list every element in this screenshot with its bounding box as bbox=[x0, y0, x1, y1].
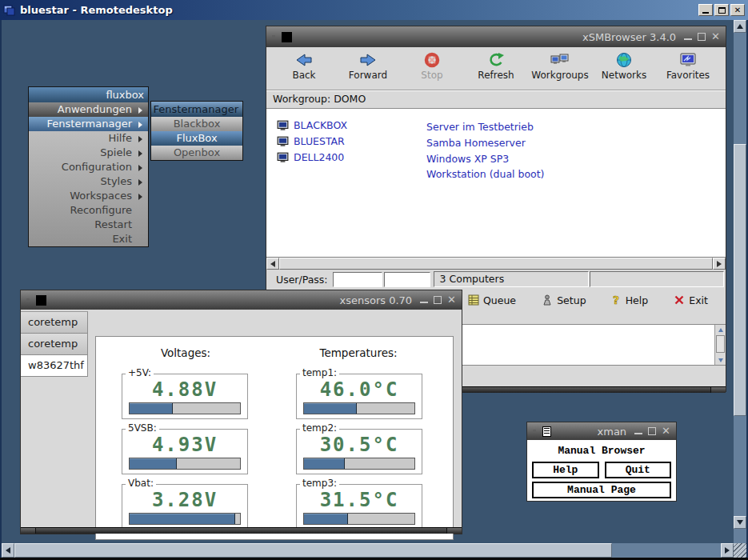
resize-grip[interactable] bbox=[734, 543, 746, 558]
networks-button[interactable]: Networks bbox=[598, 51, 650, 81]
menu-item-workspaces[interactable]: Workspaces bbox=[29, 189, 148, 203]
window-menu-icon[interactable] bbox=[36, 295, 46, 306]
rdp-horizontal-scrollbar[interactable] bbox=[2, 543, 734, 558]
tab-coretemp-2[interactable]: coretemp bbox=[21, 334, 88, 355]
vertical-scrollbar-thumb[interactable] bbox=[734, 144, 746, 416]
minimize-icon[interactable] bbox=[420, 297, 428, 303]
close-icon[interactable]: ✕ bbox=[662, 426, 670, 436]
stop-button[interactable]: Stop bbox=[406, 51, 458, 81]
submenu-item-fluxbox[interactable]: FluxBox bbox=[151, 131, 242, 146]
menu-item-restart[interactable]: Restart bbox=[29, 218, 148, 232]
scroll-down-button[interactable] bbox=[734, 516, 746, 529]
menu-item-label: Workspaces bbox=[70, 190, 132, 202]
submenu-arrow-icon bbox=[138, 179, 142, 186]
window-resize-handle[interactable] bbox=[21, 527, 462, 534]
maximize-button[interactable] bbox=[714, 4, 729, 16]
window-controls: ✕ bbox=[634, 426, 670, 436]
list-item[interactable]: BLUESTAR Samba Homeserver bbox=[266, 134, 726, 150]
workgroup-bar: Workgroup: DOMO bbox=[266, 90, 726, 109]
sensor-group-temp2: temp2: 30.5°C bbox=[296, 429, 422, 474]
scroll-down-button[interactable] bbox=[715, 355, 726, 365]
menu-item-spiele[interactable]: Spiele bbox=[29, 146, 148, 160]
menu-item-label: Blackbox bbox=[174, 118, 221, 130]
xsensors-title: xsensors 0.70 bbox=[339, 294, 412, 306]
window-menu-icon[interactable] bbox=[282, 32, 292, 42]
help-button[interactable]: Help bbox=[532, 462, 599, 478]
sensor-bar-fill bbox=[130, 458, 177, 469]
submenu-item-blackbox[interactable]: Blackbox bbox=[151, 117, 242, 131]
setup-button[interactable]: Setup bbox=[542, 294, 586, 306]
pass-input[interactable] bbox=[384, 272, 430, 287]
list-item[interactable]: BLACKBOX Server im Testbetrieb bbox=[266, 118, 726, 134]
sensor-label: +5V: bbox=[126, 367, 154, 378]
menu-item-label: Fenstermanager bbox=[47, 118, 132, 130]
scroll-right-button[interactable] bbox=[713, 258, 726, 270]
queue-button[interactable]: Queue bbox=[468, 294, 516, 306]
xsmbrowser-toolbar: Back Forward Stop Refresh bbox=[266, 47, 726, 90]
maximize-icon[interactable] bbox=[648, 427, 656, 435]
back-button[interactable]: Back bbox=[278, 51, 330, 81]
scroll-up-button[interactable] bbox=[734, 20, 746, 33]
scroll-up-button[interactable] bbox=[715, 325, 726, 334]
minimize-icon[interactable] bbox=[684, 34, 692, 40]
toolbar-label: Favorites bbox=[666, 70, 710, 81]
list-item[interactable]: DELL2400 Windows XP SP3 Workstation (dua… bbox=[266, 150, 726, 182]
tab-w83627thf[interactable]: w83627thf bbox=[21, 355, 88, 377]
submenu-item-openbox[interactable]: Openbox bbox=[151, 146, 242, 160]
favorites-button[interactable]: Favorites bbox=[662, 51, 714, 81]
scrollbar-thumb[interactable] bbox=[716, 335, 725, 353]
close-icon[interactable]: ✕ bbox=[447, 295, 456, 305]
forward-button[interactable]: Forward bbox=[342, 51, 394, 81]
sensor-group-5v: +5V: 4.88V bbox=[122, 374, 248, 419]
titlebar-dot-icon bbox=[533, 430, 536, 433]
menu-item-anwendungen[interactable]: Anwendungen bbox=[29, 102, 148, 117]
computer-name[interactable]: DELL2400 bbox=[294, 151, 344, 163]
back-icon bbox=[294, 51, 314, 69]
xman-titlebar[interactable]: xman ✕ bbox=[527, 422, 676, 440]
scroll-left-button[interactable] bbox=[2, 543, 14, 558]
exit-button[interactable]: Exit bbox=[674, 294, 708, 306]
list-horizontal-scrollbar[interactable] bbox=[266, 257, 726, 270]
xsmbrowser-titlebar[interactable]: xSMBrowser 3.4.0 ✕ bbox=[266, 26, 726, 47]
submenu-arrow-icon bbox=[138, 107, 142, 114]
scroll-left-button[interactable] bbox=[266, 258, 279, 270]
scroll-right-button[interactable] bbox=[721, 543, 734, 558]
sensor-bar-track bbox=[129, 458, 241, 470]
horizontal-scrollbar-thumb[interactable] bbox=[14, 543, 612, 558]
menu-item-reconfigure[interactable]: Reconfigure bbox=[29, 203, 148, 218]
rdp-vertical-scrollbar[interactable] bbox=[734, 20, 746, 543]
minimize-button[interactable] bbox=[698, 4, 713, 16]
rdp-titlebar[interactable]: bluestar - Remotedesktop ✕ bbox=[0, 0, 748, 20]
xsensors-titlebar[interactable]: xsensors 0.70 ✕ bbox=[21, 290, 462, 310]
computer-name[interactable]: BLUESTAR bbox=[294, 135, 345, 147]
user-input[interactable] bbox=[333, 272, 382, 287]
tab-coretemp-1[interactable]: coretemp bbox=[21, 312, 88, 334]
sensor-value-display: 3.28V bbox=[129, 488, 241, 512]
maximize-icon[interactable] bbox=[698, 33, 706, 41]
menu-item-fenstermanager[interactable]: Fenstermanager bbox=[29, 117, 148, 131]
scrollbar-thumb[interactable] bbox=[279, 258, 713, 270]
menu-item-styles[interactable]: Styles bbox=[29, 174, 148, 189]
close-icon[interactable]: ✕ bbox=[711, 32, 720, 42]
computer-description: Server im Testbetrieb bbox=[426, 119, 534, 134]
sensor-group-temp1: temp1: 46.0°C bbox=[296, 374, 422, 419]
menu-item-exit[interactable]: Exit bbox=[29, 232, 148, 246]
xman-app-icon bbox=[542, 426, 551, 437]
window-controls: ✕ bbox=[684, 32, 720, 42]
close-button[interactable]: ✕ bbox=[730, 4, 745, 16]
fluxbox-menu-title: fluxbox bbox=[29, 87, 148, 102]
menu-item-hilfe[interactable]: Hilfe bbox=[29, 131, 148, 146]
sensor-value-display: 30.5°C bbox=[303, 433, 415, 457]
mount-list-scrollbar[interactable] bbox=[714, 325, 726, 365]
workgroups-button[interactable]: Workgroups bbox=[534, 51, 586, 81]
refresh-button[interactable]: Refresh bbox=[470, 51, 522, 81]
manual-page-button[interactable]: Manual Page bbox=[532, 482, 671, 498]
menu-item-configuration[interactable]: Configuration bbox=[29, 160, 148, 174]
quit-button[interactable]: Quit bbox=[605, 462, 672, 478]
maximize-icon[interactable] bbox=[434, 296, 442, 304]
help-button[interactable]: ? Help bbox=[612, 294, 649, 306]
xman-window: xman ✕ Manual Browser Help Quit Manual P… bbox=[526, 422, 677, 502]
minimize-icon[interactable] bbox=[634, 428, 642, 434]
computer-name[interactable]: BLACKBOX bbox=[294, 119, 347, 131]
computer-description: Samba Homeserver bbox=[426, 135, 526, 150]
